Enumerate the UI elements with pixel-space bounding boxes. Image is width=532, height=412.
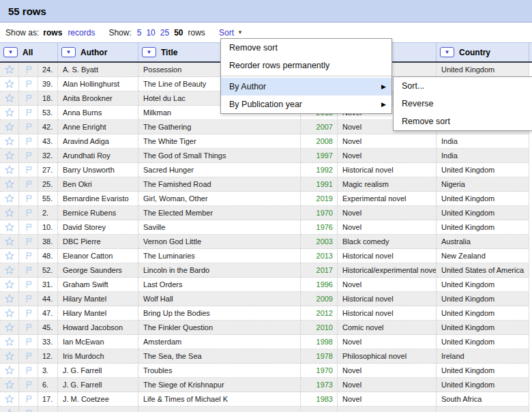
cell-author[interactable]: A. S. Byatt (58, 63, 138, 77)
cell-publication-year[interactable]: 1973 (301, 378, 338, 392)
cell-author[interactable]: George Saunders (58, 263, 138, 278)
cell-country[interactable]: United Kingdom (437, 206, 529, 220)
sort-menu-trigger[interactable]: Sort ▼ (219, 28, 243, 38)
cell-genre[interactable]: Novel (338, 134, 437, 149)
flag-cell[interactable] (19, 249, 38, 263)
cell-country[interactable]: Nigeria (437, 177, 529, 192)
cell-author[interactable]: Hilary Mantel (58, 292, 138, 306)
cell-genre[interactable]: Novel (338, 278, 437, 292)
flag-cell[interactable] (19, 392, 38, 407)
column-menu-button-country[interactable]: ▼ (440, 47, 454, 57)
cell-genre[interactable]: Experimental novel (338, 192, 437, 206)
flag-cell[interactable] (19, 177, 38, 192)
show-as-records-option[interactable]: records (68, 28, 95, 38)
cell-author[interactable]: David Storey (58, 220, 138, 235)
flag-cell[interactable] (19, 77, 38, 91)
flag-cell[interactable] (19, 306, 38, 321)
flag-cell[interactable] (19, 63, 38, 77)
cell-country[interactable]: United Kingdom (437, 364, 529, 378)
cell-author[interactable] (58, 407, 138, 412)
cell-publication-year[interactable]: 1978 (301, 349, 338, 364)
cell-country[interactable]: Australia (437, 235, 529, 249)
cell-author[interactable]: Graham Swift (58, 278, 138, 292)
cell-genre[interactable]: Magic realism (338, 177, 437, 192)
cell-author[interactable]: Ben Okri (58, 177, 138, 192)
cell-author[interactable]: Barry Unsworth (58, 163, 138, 177)
column-menu-button-title[interactable]: ▼ (142, 47, 156, 57)
cell-country[interactable]: India (437, 149, 529, 163)
page-size-25[interactable]: 25 (160, 28, 169, 38)
star-cell[interactable] (0, 149, 19, 163)
cell-title[interactable]: Life & Times of Michael K (138, 392, 301, 407)
flag-cell[interactable] (19, 321, 38, 335)
cell-country[interactable]: South Africa (437, 392, 529, 407)
cell-country[interactable]: Ireland (437, 349, 529, 364)
star-cell[interactable] (0, 163, 19, 177)
cell-author[interactable]: Anna Burns (58, 106, 138, 120)
flag-cell[interactable] (19, 163, 38, 177)
column-menu-button-all[interactable]: ▼ (3, 47, 18, 57)
cell-publication-year[interactable]: 2009 (301, 292, 338, 306)
star-cell[interactable] (0, 292, 19, 306)
cell-title[interactable]: Lincoln in the Bardo (138, 263, 301, 278)
cell-author[interactable]: Eleanor Catton (58, 249, 138, 263)
cell-author[interactable]: Howard Jacobson (58, 321, 138, 335)
star-cell[interactable] (0, 192, 19, 206)
star-cell[interactable] (0, 134, 19, 149)
cell-genre[interactable]: Novel (338, 364, 437, 378)
cell-country[interactable]: United Kingdom (437, 335, 529, 349)
cell-author[interactable]: Bernice Rubens (58, 206, 138, 220)
cell-genre[interactable]: Comic novel (338, 321, 437, 335)
flag-cell[interactable] (19, 149, 38, 163)
star-cell[interactable] (0, 321, 19, 335)
cell-genre[interactable]: Novel (338, 378, 437, 392)
cell-title[interactable]: The God of Small Things (138, 149, 301, 163)
submenu-item-reverse[interactable]: Reverse (394, 95, 532, 113)
cell-genre[interactable]: Novel (338, 220, 437, 235)
flag-cell[interactable] (19, 364, 38, 378)
star-cell[interactable] (0, 249, 19, 263)
cell-author[interactable]: Iris Murdoch (58, 349, 138, 364)
menu-item-remove-sort[interactable]: Remove sort (221, 39, 391, 57)
star-cell[interactable] (0, 77, 19, 91)
cell-country[interactable] (437, 407, 529, 412)
cell-country[interactable]: India (437, 134, 529, 149)
menu-item-reorder-rows-permanently[interactable]: Reorder rows permanently (221, 57, 391, 74)
cell-publication-year[interactable]: 1992 (301, 163, 338, 177)
cell-author[interactable]: Arundhati Roy (58, 149, 138, 163)
cell-title[interactable]: Saville (138, 220, 301, 235)
cell-publication-year[interactable] (301, 407, 338, 412)
cell-genre[interactable]: Historical novel (338, 163, 437, 177)
cell-genre[interactable]: Philosophical novel (338, 349, 437, 364)
cell-author[interactable]: Alan Hollinghurst (58, 77, 138, 91)
star-cell[interactable] (0, 378, 19, 392)
cell-title[interactable]: The Luminaries (138, 249, 301, 263)
cell-title[interactable]: The White Tiger (138, 134, 301, 149)
page-size-10[interactable]: 10 (146, 28, 155, 38)
cell-author[interactable]: Aravind Adiga (58, 134, 138, 149)
cell-title[interactable]: Girl, Woman, Other (138, 192, 301, 206)
cell-title[interactable]: The Siege of Krishnapur (138, 378, 301, 392)
cell-country[interactable]: United Kingdom (437, 192, 529, 206)
cell-genre[interactable]: Novel (338, 149, 437, 163)
cell-country[interactable]: United Kingdom (437, 220, 529, 235)
cell-genre[interactable]: Novel (338, 335, 437, 349)
cell-country[interactable]: United Kingdom (437, 378, 529, 392)
cell-publication-year[interactable]: 1997 (301, 149, 338, 163)
cell-country[interactable]: United Kingdom (437, 278, 529, 292)
flag-cell[interactable] (19, 206, 38, 220)
flag-cell[interactable] (19, 292, 38, 306)
flag-cell[interactable] (19, 134, 38, 149)
cell-title[interactable]: Amsterdam (138, 335, 301, 349)
submenu-item-sort[interactable]: Sort... (394, 77, 532, 95)
cell-publication-year[interactable]: 2003 (301, 235, 338, 249)
star-cell[interactable] (0, 220, 19, 235)
cell-country[interactable]: United Kingdom (437, 63, 529, 77)
star-cell[interactable] (0, 235, 19, 249)
cell-title[interactable]: Bring Up the Bodies (138, 306, 301, 321)
cell-country[interactable]: United States of America (437, 263, 529, 278)
cell-author[interactable]: J. G. Farrell (58, 378, 138, 392)
cell-country[interactable]: United Kingdom (437, 321, 529, 335)
submenu-item-remove-sort[interactable]: Remove sort (394, 113, 532, 130)
cell-title[interactable]: Troubles (138, 364, 301, 378)
